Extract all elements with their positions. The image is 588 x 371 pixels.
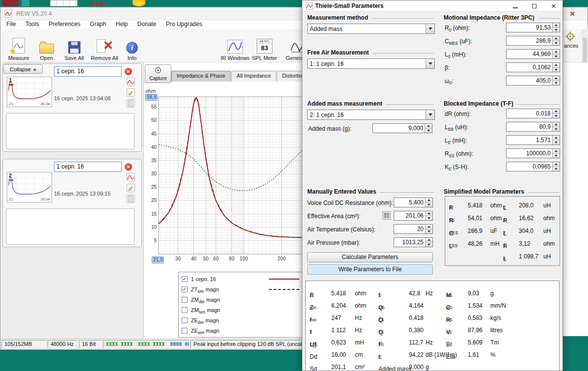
menu-item[interactable]: Pro Upgrades bbox=[162, 20, 206, 28]
parameter-spinner[interactable]: 91,53 bbox=[506, 23, 560, 32]
save-all-button[interactable]: Save All bbox=[60, 30, 88, 61]
legend-row[interactable]: ✓ 1 серп. 16 bbox=[179, 274, 303, 284]
manual-value-row: Air Temperature (Celsius): 20 bbox=[306, 224, 433, 237]
edit-pencil-icon[interactable] bbox=[127, 184, 135, 192]
impedance-chart[interactable]: 5101520253035404550553040506080100200 bbox=[144, 92, 306, 265]
manual-value-spinner[interactable]: 1013,25 bbox=[394, 237, 433, 247]
added-mass-spinner[interactable]: 9,000 bbox=[373, 123, 432, 133]
dialog-maximize-button[interactable] bbox=[527, 1, 541, 11]
info-button[interactable]: i Info bbox=[122, 30, 142, 61]
capture-button[interactable]: Capture bbox=[145, 64, 171, 83]
trace-line-sample bbox=[269, 279, 299, 280]
dialog-titlebar[interactable]: Thiele-Small Parameters ✕ bbox=[302, 0, 562, 12]
trace-checkbox[interactable] bbox=[182, 297, 187, 303]
menu-item[interactable]: Help bbox=[112, 20, 132, 28]
parameter-spinner[interactable]: 286,9 bbox=[506, 36, 560, 46]
collapse-panel-button[interactable]: Collapse « bbox=[3, 64, 43, 74]
legend-row[interactable]: ZMder magn bbox=[179, 294, 303, 305]
ir-windows-button[interactable]: IR Windows bbox=[220, 30, 250, 61]
dropdown-arrow-icon[interactable] bbox=[426, 110, 434, 119]
parameter-spinner[interactable]: 0,018 bbox=[506, 109, 560, 118]
spinner-buttons[interactable] bbox=[425, 238, 432, 247]
preferences-icon[interactable] bbox=[565, 31, 576, 43]
delete-measurement-button[interactable]: ✕ bbox=[125, 163, 132, 171]
free-air-measurement-dropdown[interactable]: 1: 1 серп. 16 bbox=[307, 58, 435, 69]
dropdown-arrow-icon[interactable] bbox=[426, 59, 434, 68]
spinner-buttons[interactable] bbox=[552, 149, 560, 158]
svg-text:55: 55 bbox=[151, 104, 157, 110]
trace-settings-icon[interactable] bbox=[127, 173, 135, 181]
indicator-group: XXXX XXXX bbox=[138, 342, 164, 347]
spinner-buttons[interactable] bbox=[425, 225, 432, 233]
spinner-buttons[interactable] bbox=[425, 211, 432, 220]
menu-item[interactable]: Tools bbox=[22, 20, 43, 28]
menu-item[interactable]: Preferences bbox=[45, 20, 84, 28]
spinner-buttons[interactable] bbox=[552, 36, 560, 45]
menu-item[interactable]: Graph bbox=[86, 20, 110, 28]
manual-value-spinner[interactable]: 20 bbox=[394, 224, 433, 234]
dropdown-arrow-icon[interactable] bbox=[426, 24, 434, 33]
parameter-spinner[interactable]: 405,0 bbox=[506, 76, 560, 86]
spinner-buttons[interactable] bbox=[552, 63, 560, 72]
measurement-card[interactable]: 1 серп. 16 ✕ 1 21 20,0k 16 се bbox=[2, 63, 142, 152]
spinner-buttons[interactable] bbox=[552, 136, 560, 144]
legend-row[interactable]: ZEder magn bbox=[179, 315, 303, 325]
edit-pencil-icon[interactable] bbox=[127, 88, 135, 97]
area-calculator-button[interactable] bbox=[382, 211, 391, 220]
added-mass-measurement-dropdown[interactable]: 2: 1 серп. 16 bbox=[307, 110, 435, 120]
spinner-buttons[interactable] bbox=[552, 76, 560, 85]
measure-button[interactable]: ★ Measure bbox=[4, 30, 33, 61]
spinner-buttons[interactable] bbox=[425, 198, 432, 207]
trace-settings-icon[interactable] bbox=[127, 78, 135, 86]
delete-measurement-button[interactable]: ✕ bbox=[125, 68, 132, 75]
window-close-button[interactable]: ✕ bbox=[568, 9, 577, 18]
blocked-parameter-row: LEB (uH): 80,9 bbox=[444, 121, 560, 135]
notes-icon[interactable] bbox=[127, 99, 135, 108]
trace-checkbox[interactable]: ✓ bbox=[182, 286, 187, 292]
menu-item[interactable]: File bbox=[2, 20, 20, 28]
spinner-buttons[interactable] bbox=[552, 50, 560, 58]
spinner-buttons[interactable] bbox=[552, 109, 560, 118]
measurement-thumbnail[interactable]: 2 21 20,0k bbox=[7, 172, 52, 202]
remove-all-button[interactable]: ✕ Remove All bbox=[89, 30, 120, 61]
spinner-buttons[interactable] bbox=[552, 122, 560, 131]
measurement-name-input[interactable]: 1 серп. 16 bbox=[54, 66, 122, 77]
trace-checkbox[interactable] bbox=[182, 307, 187, 313]
dialog-minimize-button[interactable] bbox=[508, 1, 523, 11]
spinner-buttons[interactable] bbox=[552, 162, 560, 171]
spinner-buttons[interactable] bbox=[425, 124, 432, 133]
measurement-name-input[interactable]: 1 серп. 16 bbox=[54, 162, 122, 172]
dialog-close-button[interactable]: ✕ bbox=[546, 1, 561, 11]
trace-label: ZMsim magn bbox=[191, 307, 220, 313]
write-parameters-button[interactable]: Write Parameters to File bbox=[307, 264, 433, 275]
trace-checkbox[interactable] bbox=[182, 317, 187, 323]
menu-item[interactable]: Donate bbox=[134, 20, 160, 28]
calculate-parameters-button[interactable]: Calculate Parameters bbox=[307, 252, 433, 262]
manual-value-spinner[interactable]: 201,06 bbox=[394, 211, 433, 221]
trace-checkbox[interactable]: ✓ bbox=[182, 276, 187, 282]
spinner-buttons[interactable] bbox=[552, 23, 560, 32]
parameter-spinner[interactable]: 80,9 bbox=[506, 122, 560, 132]
measurement-method-dropdown[interactable]: Added mass bbox=[307, 24, 435, 34]
graph-tab[interactable]: All Impedance bbox=[231, 71, 276, 82]
legend-row[interactable]: ZEsim magn bbox=[179, 325, 303, 336]
measurement-card[interactable]: 1 серп. 16 ✕ 2 21 20,0k 16 се bbox=[2, 159, 142, 247]
measurement-notes-box[interactable] bbox=[6, 208, 134, 245]
graph-tab[interactable]: Impedance & Phase bbox=[171, 71, 231, 82]
manual-value-spinner[interactable]: 5,400 bbox=[394, 198, 433, 207]
trace-checkbox[interactable] bbox=[182, 328, 187, 334]
open-button[interactable]: Open bbox=[35, 30, 58, 61]
parameter-spinner[interactable]: 0,1062 bbox=[506, 62, 560, 72]
legend-row[interactable]: ✓ ZTsim magn bbox=[179, 284, 303, 294]
spl-meter-button[interactable]: dB SPL 83 SPL Meter bbox=[252, 30, 277, 61]
notes-icon[interactable] bbox=[127, 195, 135, 203]
manual-value-label: Air Pressure (mbar): bbox=[307, 239, 360, 246]
parameter-spinner[interactable]: 44,969 bbox=[506, 49, 560, 59]
parameter-spinner[interactable]: 1,571 bbox=[506, 135, 560, 145]
measurement-notes-box[interactable] bbox=[6, 113, 134, 149]
parameter-spinner[interactable]: 0,0965 bbox=[506, 162, 560, 171]
trace-legend: ✓ 1 серп. 16 ✓ ZTsim magn ZMder magn bbox=[178, 272, 304, 338]
measurement-thumbnail[interactable]: 1 21 20,0k bbox=[7, 77, 52, 107]
legend-row[interactable]: ZMsim magn bbox=[179, 305, 303, 315]
parameter-spinner[interactable]: 100000,0 bbox=[506, 148, 560, 158]
